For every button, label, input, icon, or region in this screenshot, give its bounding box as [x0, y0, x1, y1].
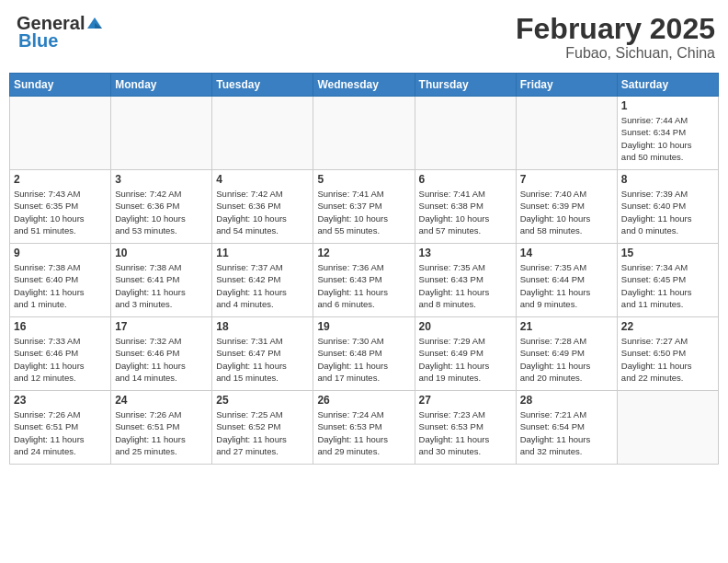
calendar-cell: 9Sunrise: 7:38 AM Sunset: 6:40 PM Daylig…: [10, 244, 111, 317]
weekday-header-row: SundayMondayTuesdayWednesdayThursdayFrid…: [10, 74, 719, 97]
weekday-header-sunday: Sunday: [10, 74, 111, 97]
calendar-cell: 16Sunrise: 7:33 AM Sunset: 6:46 PM Dayli…: [10, 317, 111, 391]
day-info: Sunrise: 7:25 AM Sunset: 6:52 PM Dayligh…: [216, 408, 309, 457]
calendar-cell: 8Sunrise: 7:39 AM Sunset: 6:40 PM Daylig…: [617, 170, 718, 244]
title-area: February 2025 Fubao, Sichuan, China: [516, 13, 715, 62]
day-info: Sunrise: 7:35 AM Sunset: 6:44 PM Dayligh…: [520, 261, 613, 310]
day-info: Sunrise: 7:31 AM Sunset: 6:47 PM Dayligh…: [216, 335, 309, 384]
logo-icon: [85, 16, 104, 32]
day-info: Sunrise: 7:29 AM Sunset: 6:49 PM Dayligh…: [419, 335, 512, 384]
day-number: 11: [216, 247, 309, 259]
day-info: Sunrise: 7:35 AM Sunset: 6:43 PM Dayligh…: [419, 261, 512, 310]
calendar-cell: 12Sunrise: 7:36 AM Sunset: 6:43 PM Dayli…: [313, 244, 415, 317]
calendar-cell: 18Sunrise: 7:31 AM Sunset: 6:47 PM Dayli…: [212, 317, 313, 391]
weekday-header-saturday: Saturday: [617, 74, 718, 97]
day-info: Sunrise: 7:41 AM Sunset: 6:37 PM Dayligh…: [317, 188, 410, 236]
calendar-cell: 17Sunrise: 7:32 AM Sunset: 6:46 PM Dayli…: [111, 317, 212, 391]
day-info: Sunrise: 7:30 AM Sunset: 6:48 PM Dayligh…: [317, 335, 410, 384]
calendar-cell: [617, 391, 718, 465]
day-number: 4: [216, 173, 309, 186]
day-number: 13: [419, 247, 512, 259]
weekday-header-wednesday: Wednesday: [313, 74, 415, 97]
calendar-cell: [415, 97, 516, 170]
day-number: 8: [621, 173, 714, 186]
week-row-0: 1Sunrise: 7:44 AM Sunset: 6:34 PM Daylig…: [10, 97, 719, 170]
day-number: 23: [14, 394, 107, 407]
calendar-cell: [10, 97, 111, 170]
calendar-cell: [516, 97, 617, 170]
day-number: 19: [317, 320, 410, 333]
calendar-cell: 13Sunrise: 7:35 AM Sunset: 6:43 PM Dayli…: [415, 244, 516, 317]
day-info: Sunrise: 7:40 AM Sunset: 6:39 PM Dayligh…: [520, 188, 613, 236]
day-number: 10: [115, 247, 208, 259]
calendar-cell: 15Sunrise: 7:34 AM Sunset: 6:45 PM Dayli…: [617, 244, 718, 317]
day-info: Sunrise: 7:23 AM Sunset: 6:53 PM Dayligh…: [419, 408, 512, 457]
calendar-cell: 21Sunrise: 7:28 AM Sunset: 6:49 PM Dayli…: [516, 317, 617, 391]
day-number: 7: [520, 173, 613, 186]
calendar-cell: 5Sunrise: 7:41 AM Sunset: 6:37 PM Daylig…: [313, 170, 415, 244]
calendar-cell: 24Sunrise: 7:26 AM Sunset: 6:51 PM Dayli…: [111, 391, 212, 465]
day-info: Sunrise: 7:38 AM Sunset: 6:41 PM Dayligh…: [115, 261, 208, 310]
day-number: 14: [520, 247, 613, 259]
day-number: 22: [621, 320, 714, 333]
day-info: Sunrise: 7:43 AM Sunset: 6:35 PM Dayligh…: [14, 188, 107, 236]
day-number: 6: [419, 173, 512, 186]
logo-blue-text: Blue: [18, 30, 58, 52]
calendar-cell: 22Sunrise: 7:27 AM Sunset: 6:50 PM Dayli…: [617, 317, 718, 391]
day-info: Sunrise: 7:26 AM Sunset: 6:51 PM Dayligh…: [14, 408, 107, 457]
day-number: 9: [14, 247, 107, 259]
calendar-cell: [212, 97, 313, 170]
day-number: 20: [419, 320, 512, 333]
weekday-header-friday: Friday: [516, 74, 617, 97]
day-info: Sunrise: 7:39 AM Sunset: 6:40 PM Dayligh…: [621, 188, 714, 236]
day-info: Sunrise: 7:32 AM Sunset: 6:46 PM Dayligh…: [115, 335, 208, 384]
calendar-cell: 1Sunrise: 7:44 AM Sunset: 6:34 PM Daylig…: [617, 97, 718, 170]
day-number: 1: [621, 99, 714, 112]
calendar-cell: 4Sunrise: 7:42 AM Sunset: 6:36 PM Daylig…: [212, 170, 313, 244]
page-header: General Blue February 2025 Fubao, Sichua…: [9, 9, 719, 65]
weekday-header-thursday: Thursday: [415, 74, 516, 97]
calendar-cell: 27Sunrise: 7:23 AM Sunset: 6:53 PM Dayli…: [415, 391, 516, 465]
day-info: Sunrise: 7:33 AM Sunset: 6:46 PM Dayligh…: [14, 335, 107, 384]
week-row-2: 9Sunrise: 7:38 AM Sunset: 6:40 PM Daylig…: [10, 244, 719, 317]
day-info: Sunrise: 7:24 AM Sunset: 6:53 PM Dayligh…: [317, 408, 410, 457]
calendar-cell: 11Sunrise: 7:37 AM Sunset: 6:42 PM Dayli…: [212, 244, 313, 317]
day-number: 12: [317, 247, 410, 259]
day-number: 25: [216, 394, 309, 407]
calendar-cell: 14Sunrise: 7:35 AM Sunset: 6:44 PM Dayli…: [516, 244, 617, 317]
day-info: Sunrise: 7:42 AM Sunset: 6:36 PM Dayligh…: [115, 188, 208, 236]
calendar-cell: 25Sunrise: 7:25 AM Sunset: 6:52 PM Dayli…: [212, 391, 313, 465]
day-info: Sunrise: 7:26 AM Sunset: 6:51 PM Dayligh…: [115, 408, 208, 457]
calendar-cell: 6Sunrise: 7:41 AM Sunset: 6:38 PM Daylig…: [415, 170, 516, 244]
week-row-3: 16Sunrise: 7:33 AM Sunset: 6:46 PM Dayli…: [10, 317, 719, 391]
day-info: Sunrise: 7:38 AM Sunset: 6:40 PM Dayligh…: [14, 261, 107, 310]
calendar-cell: 10Sunrise: 7:38 AM Sunset: 6:41 PM Dayli…: [111, 244, 212, 317]
calendar-cell: 2Sunrise: 7:43 AM Sunset: 6:35 PM Daylig…: [10, 170, 111, 244]
week-row-1: 2Sunrise: 7:43 AM Sunset: 6:35 PM Daylig…: [10, 170, 719, 244]
day-number: 2: [14, 173, 107, 186]
day-number: 3: [115, 173, 208, 186]
day-info: Sunrise: 7:34 AM Sunset: 6:45 PM Dayligh…: [621, 261, 714, 310]
calendar-cell: 20Sunrise: 7:29 AM Sunset: 6:49 PM Dayli…: [415, 317, 516, 391]
day-info: Sunrise: 7:42 AM Sunset: 6:36 PM Dayligh…: [216, 188, 309, 236]
day-info: Sunrise: 7:28 AM Sunset: 6:49 PM Dayligh…: [520, 335, 613, 384]
day-number: 24: [115, 394, 208, 407]
day-number: 28: [520, 394, 613, 407]
day-info: Sunrise: 7:36 AM Sunset: 6:43 PM Dayligh…: [317, 261, 410, 310]
location: Fubao, Sichuan, China: [516, 45, 715, 62]
calendar-cell: [313, 97, 415, 170]
month-title: February 2025: [516, 13, 715, 45]
calendar-cell: 26Sunrise: 7:24 AM Sunset: 6:53 PM Dayli…: [313, 391, 415, 465]
weekday-header-tuesday: Tuesday: [212, 74, 313, 97]
day-info: Sunrise: 7:41 AM Sunset: 6:38 PM Dayligh…: [419, 188, 512, 236]
day-number: 26: [317, 394, 410, 407]
weekday-header-monday: Monday: [111, 74, 212, 97]
calendar-cell: 28Sunrise: 7:21 AM Sunset: 6:54 PM Dayli…: [516, 391, 617, 465]
calendar-cell: 3Sunrise: 7:42 AM Sunset: 6:36 PM Daylig…: [111, 170, 212, 244]
day-number: 5: [317, 173, 410, 186]
day-number: 17: [115, 320, 208, 333]
calendar-cell: 23Sunrise: 7:26 AM Sunset: 6:51 PM Dayli…: [10, 391, 111, 465]
day-info: Sunrise: 7:21 AM Sunset: 6:54 PM Dayligh…: [520, 408, 613, 457]
logo: General Blue: [17, 13, 105, 52]
day-info: Sunrise: 7:37 AM Sunset: 6:42 PM Dayligh…: [216, 261, 309, 310]
